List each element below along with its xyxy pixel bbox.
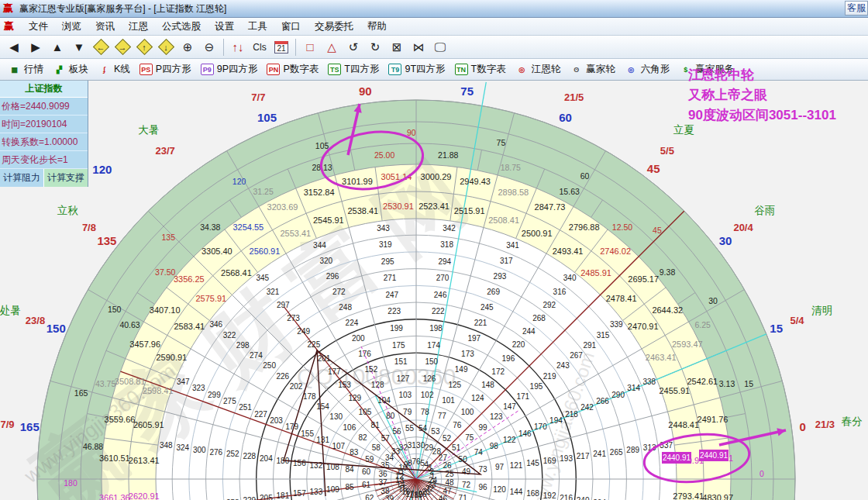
svg-text:265: 265 bbox=[610, 448, 623, 457]
svg-text:谷雨: 谷雨 bbox=[754, 205, 775, 216]
nav-down-icon[interactable]: ▼ bbox=[69, 38, 89, 57]
t-square-button[interactable]: TST四方形 bbox=[325, 62, 382, 77]
svg-text:75: 75 bbox=[460, 84, 474, 98]
svg-text:295: 295 bbox=[381, 257, 394, 266]
svg-text:120: 120 bbox=[232, 177, 246, 186]
svg-text:221: 221 bbox=[474, 319, 487, 327]
big-circle-icon: ʘ bbox=[570, 64, 583, 75]
shift-up-icon[interactable]: ↑ bbox=[134, 38, 154, 57]
svg-text:275: 275 bbox=[223, 397, 236, 405]
svg-text:317: 317 bbox=[500, 257, 513, 265]
tool-label: 9P四方形 bbox=[217, 63, 258, 76]
maximize-icon[interactable]: ⊠ bbox=[387, 38, 407, 57]
calc-support-button[interactable]: 计算支撑 bbox=[44, 169, 88, 187]
svg-text:319: 319 bbox=[379, 240, 392, 249]
menu-item-3[interactable]: 资讯 bbox=[88, 19, 122, 35]
triangle-draw-icon[interactable]: △ bbox=[322, 38, 342, 57]
svg-text:18.75: 18.75 bbox=[501, 163, 521, 172]
zoom-in-icon[interactable]: ⊕ bbox=[177, 38, 198, 57]
fit-view-icon[interactable]: ⋈ bbox=[408, 38, 429, 57]
svg-text:150: 150 bbox=[425, 357, 438, 366]
winner-wheel-button[interactable]: ʘ赢家轮 bbox=[567, 62, 618, 77]
rotate-ccw-icon[interactable]: ↺ bbox=[343, 38, 363, 57]
svg-text:293: 293 bbox=[494, 272, 507, 281]
sectors-button[interactable]: ▞板块 bbox=[50, 62, 91, 77]
anno-line3: 90度波动区间3051--3101 bbox=[688, 105, 836, 126]
svg-text:62: 62 bbox=[365, 494, 374, 500]
menu-item-9[interactable]: 交易委托 bbox=[308, 19, 360, 35]
svg-text:343: 343 bbox=[377, 224, 390, 233]
menu-item-10[interactable]: 帮助 bbox=[360, 19, 394, 35]
menu-item-8[interactable]: 窗口 bbox=[274, 19, 308, 35]
svg-text:2613.41: 2613.41 bbox=[129, 456, 160, 465]
menu-item-2[interactable]: 浏览 bbox=[55, 19, 88, 35]
svg-text:121: 121 bbox=[510, 461, 523, 470]
nav-right-icon[interactable]: ▶ bbox=[26, 38, 46, 57]
svg-text:39: 39 bbox=[385, 495, 394, 500]
svg-text:294: 294 bbox=[438, 257, 451, 266]
application-window: 赢 赢家江恩专业版[赢家服务平台] - [上证指数 江恩轮] 客服 赢 文件浏览… bbox=[0, 0, 868, 500]
rotate-cw-icon[interactable]: ↻ bbox=[365, 38, 385, 57]
svg-text:245: 245 bbox=[480, 303, 494, 312]
svg-text:81: 81 bbox=[371, 421, 381, 429]
rect-draw-icon[interactable]: □ bbox=[300, 38, 320, 57]
svg-text:30: 30 bbox=[719, 234, 732, 247]
menu-item-1[interactable]: 文件 bbox=[22, 19, 55, 35]
p9-square-button[interactable]: P99P四方形 bbox=[198, 62, 261, 77]
shift-left-icon[interactable]: ← bbox=[91, 38, 111, 57]
t-table-button[interactable]: TNT数字表 bbox=[452, 62, 509, 77]
p-table-button[interactable]: PNP数字表 bbox=[264, 62, 322, 77]
svg-text:205: 205 bbox=[260, 494, 273, 500]
calendar-icon[interactable]: 21 bbox=[271, 38, 291, 57]
shift-down-icon[interactable]: ↓ bbox=[156, 38, 176, 57]
calc-resistance-button[interactable]: 计算阻力 bbox=[0, 169, 44, 187]
svg-text:176: 176 bbox=[358, 350, 371, 358]
quotes-button[interactable]: ▦行情 bbox=[5, 62, 46, 77]
svg-text:131: 131 bbox=[316, 436, 329, 444]
svg-text:43.75: 43.75 bbox=[95, 379, 115, 388]
p-square-button[interactable]: PSP四方形 bbox=[136, 62, 195, 77]
nav-up-icon[interactable]: ▲ bbox=[47, 38, 67, 57]
svg-text:243: 243 bbox=[556, 361, 570, 370]
menu-item-7[interactable]: 工具 bbox=[241, 19, 274, 35]
svg-text:298: 298 bbox=[236, 341, 250, 350]
svg-text:21.88: 21.88 bbox=[438, 150, 458, 160]
cls-tool[interactable]: Cls bbox=[250, 38, 270, 57]
svg-text:192: 192 bbox=[543, 491, 556, 500]
svg-text:120: 120 bbox=[493, 485, 506, 494]
svg-text:2898.58: 2898.58 bbox=[498, 188, 529, 197]
svg-text:197: 197 bbox=[467, 334, 480, 343]
gann-wheel-canvas[interactable]: 赢家财富网www.yingjia360.comwww.yingjia360.co… bbox=[0, 81, 868, 500]
svg-text:320: 320 bbox=[319, 257, 332, 265]
svg-text:252: 252 bbox=[226, 450, 239, 458]
wheel-annotation-note: 江恩轮中轮 又称上帝之眼 90度波动区间3051--3101 bbox=[688, 65, 836, 126]
svg-text:82: 82 bbox=[359, 433, 368, 442]
svg-text:12.50: 12.50 bbox=[612, 222, 632, 232]
svg-text:2695.17: 2695.17 bbox=[628, 274, 659, 284]
svg-text:272: 272 bbox=[332, 288, 346, 296]
svg-text:0: 0 bbox=[800, 420, 806, 433]
svg-text:2470.91: 2470.91 bbox=[628, 322, 659, 331]
shift-right-icon[interactable]: → bbox=[112, 38, 133, 57]
t9-square-button[interactable]: T99T四方形 bbox=[385, 62, 448, 77]
svg-text:227: 227 bbox=[254, 410, 267, 419]
menu-item-5[interactable]: 公式选股 bbox=[155, 19, 208, 35]
svg-text:15: 15 bbox=[770, 322, 783, 335]
svg-text:344: 344 bbox=[313, 241, 326, 250]
title-bar: 赢 赢家江恩专业版[赢家服务平台] - [上证指数 江恩轮] 客服 bbox=[0, 0, 868, 18]
menu-item-6[interactable]: 设置 bbox=[208, 19, 241, 35]
menu-item-4[interactable]: 江恩 bbox=[122, 19, 155, 35]
svg-text:61: 61 bbox=[362, 481, 371, 489]
hexagon-button[interactable]: ◎六角形 bbox=[622, 62, 673, 77]
gann-wheel-button[interactable]: ◎江恩轮 bbox=[512, 62, 564, 77]
svg-text:200: 200 bbox=[352, 334, 365, 343]
zoom-out-icon[interactable]: ⊖ bbox=[199, 38, 219, 57]
screen-icon[interactable]: 🖵 bbox=[430, 38, 450, 57]
customer-service-button[interactable]: 客服 bbox=[845, 1, 868, 16]
updown-marker-icon[interactable]: ↑↓ bbox=[228, 38, 248, 57]
p9-icon: P9 bbox=[201, 64, 214, 75]
kline-button[interactable]: ʄK线 bbox=[95, 62, 133, 77]
nav-left-icon[interactable]: ◀ bbox=[4, 38, 24, 57]
svg-text:60: 60 bbox=[362, 467, 371, 476]
svg-text:75: 75 bbox=[497, 138, 506, 147]
